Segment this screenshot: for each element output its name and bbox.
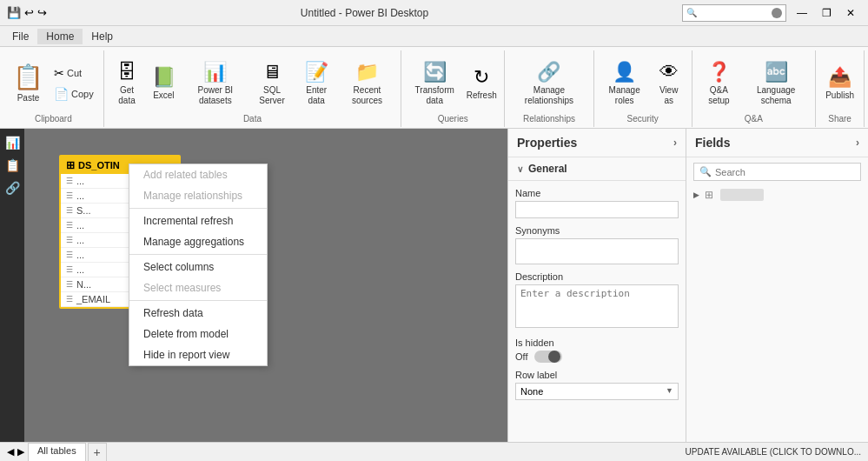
table-header-icon: ⊞ [66, 159, 75, 171]
properties-body: Name Synonyms Description Is hidden Off … [508, 181, 686, 442]
security-group-label: Security [627, 114, 659, 125]
share-group-label: Share [828, 114, 851, 125]
recent-sources-label: Recent sources [343, 85, 392, 106]
menu-home[interactable]: Home [37, 29, 83, 44]
fields-table-item[interactable]: ▶ ⊞ [686, 186, 868, 204]
menu-file[interactable]: File [3, 29, 37, 44]
publish-button[interactable]: 📤 Publish [821, 54, 858, 113]
row-icon: ☰ [66, 265, 73, 274]
fields-search-input[interactable] [715, 167, 855, 177]
paste-button[interactable]: 📋 Paste [9, 54, 48, 113]
cut-button[interactable]: ✂ Cut [50, 63, 98, 83]
quick-access-redo[interactable]: ↪ [37, 6, 47, 19]
properties-section-header[interactable]: ∨ General [508, 157, 686, 181]
canvas-area[interactable]: ⊞ DS_OTIN ⋯ ☰... ☰... ☰S... ☰... ☰... ☰.… [24, 129, 507, 442]
row-text: ... [76, 235, 84, 245]
row-text: ... [76, 264, 84, 275]
properties-expand-icon[interactable]: › [673, 137, 677, 149]
transform-data-icon: 🔄 [423, 61, 447, 84]
ishidden-label: Is hidden [515, 337, 679, 348]
quick-access-undo[interactable]: ↩ [24, 6, 34, 19]
context-menu-select-measures: Select measures [129, 277, 267, 298]
row-text: ... [76, 250, 84, 260]
section-title: General [528, 163, 567, 175]
minimize-button[interactable]: — [792, 3, 812, 23]
row-text: ... [76, 190, 84, 201]
context-menu-divider-3 [129, 300, 267, 301]
toggle-row: Off [515, 351, 679, 363]
bottom-left: ◀ ▶ All tables + [7, 443, 107, 462]
context-menu-hide-in-report[interactable]: Hide in report view [129, 344, 267, 365]
refresh-button[interactable]: ↻ Refresh [464, 54, 499, 113]
enter-data-label: Enter data [301, 85, 333, 106]
enter-data-button[interactable]: 📝 Enter data [296, 54, 337, 113]
table-header-left: ⊞ DS_OTIN [66, 159, 120, 171]
powerbi-datasets-button[interactable]: 📊 Power BI datasets [182, 54, 248, 113]
qanda-group-label: Q&A [745, 114, 763, 125]
ribbon-group-clipboard: 📋 Paste ✂ Cut 📄 Copy Clipboard [3, 50, 104, 127]
paste-icon: 📋 [13, 63, 43, 91]
recent-sources-icon: 📁 [355, 61, 379, 84]
row-label-select-wrapper: None [515, 383, 679, 407]
qa-setup-button[interactable]: ❓ Q&A setup [698, 54, 741, 113]
row-label-select[interactable]: None [515, 383, 679, 400]
get-data-button[interactable]: 🗄 Get data [109, 54, 145, 113]
manage-relationships-button[interactable]: 🔗 Manage relationships [510, 54, 587, 113]
nav-left-button[interactable]: ◀ [7, 446, 14, 458]
ribbon-group-qanda: ❓ Q&A setup 🔤 Language schema Q&A [692, 50, 817, 127]
context-menu-delete-from-model[interactable]: Delete from model [129, 324, 267, 344]
close-button[interactable]: ✕ [840, 3, 861, 23]
synonyms-box[interactable] [515, 238, 679, 264]
context-menu-refresh-data[interactable]: Refresh data [129, 303, 267, 324]
fields-expand-icon[interactable]: › [856, 137, 859, 149]
row-text: _EMAIL [76, 294, 110, 304]
menu-help[interactable]: Help [83, 29, 122, 44]
clipboard-group-label: Clipboard [35, 114, 72, 125]
update-notice[interactable]: UPDATE AVAILABLE (CLICK TO DOWNLO... [686, 447, 861, 457]
row-text: N... [76, 279, 91, 290]
fields-search-icon: 🔍 [699, 166, 712, 177]
sidebar-icon-report[interactable]: 📊 [2, 132, 23, 153]
context-menu-manage-aggregations[interactable]: Manage aggregations [129, 231, 267, 252]
paste-label: Paste [17, 93, 40, 104]
language-schema-button[interactable]: 🔤 Language schema [742, 54, 810, 113]
sql-server-button[interactable]: 🖥 SQL Server [249, 54, 294, 113]
sidebar-icon-model[interactable]: 🔗 [2, 177, 23, 198]
fields-search-box[interactable]: 🔍 [693, 163, 861, 181]
quick-access-save[interactable]: 💾 [7, 6, 21, 19]
row-icon: ☰ [66, 206, 73, 215]
main-content: 📊 📋 🔗 ⊞ DS_OTIN ⋯ ☰... ☰... ☰S... ☰... ☰… [0, 129, 868, 442]
manage-roles-button[interactable]: 👤 Manage roles [600, 54, 650, 113]
context-menu-select-columns[interactable]: Select columns [129, 257, 267, 277]
view-as-button[interactable]: 👁 View as [652, 54, 686, 113]
fields-expand-arrow: ▶ [693, 190, 699, 199]
all-tables-tab[interactable]: All tables [28, 443, 86, 462]
sidebar-icon-data[interactable]: 📋 [2, 155, 23, 176]
nav-right-button[interactable]: ▶ [17, 446, 24, 458]
context-menu-add-related[interactable]: Add related tables [129, 164, 267, 185]
context-menu-incremental-refresh[interactable]: Incremental refresh [129, 210, 267, 231]
transform-data-button[interactable]: 🔄 Transform data [407, 54, 462, 113]
add-table-button[interactable]: + [88, 443, 107, 462]
clipboard-buttons: 📋 Paste ✂ Cut 📄 Copy [9, 52, 98, 114]
restore-button[interactable]: ❐ [816, 3, 837, 23]
window-controls[interactable]: — ❐ ✕ [792, 3, 861, 23]
copy-button[interactable]: 📄 Copy [50, 84, 98, 104]
toggle-track[interactable] [534, 351, 562, 363]
data-group-label: Data [243, 114, 262, 125]
title-bar-right: 🔍 — ❐ ✕ [682, 3, 861, 23]
manage-roles-label: Manage roles [604, 85, 646, 106]
title-bar-left: 💾 ↩ ↪ [7, 6, 47, 19]
recent-sources-button[interactable]: 📁 Recent sources [339, 54, 396, 113]
get-data-icon: 🗄 [117, 61, 136, 84]
title-bar: 💾 ↩ ↪ Untitled - Power BI Desktop 🔍 — ❐ … [0, 0, 868, 26]
description-textarea[interactable] [515, 284, 679, 328]
context-menu-manage-relationships[interactable]: Manage relationships [129, 185, 267, 206]
properties-panel: Properties › ∨ General Name Synonyms Des… [507, 129, 686, 442]
title-search-box[interactable]: 🔍 [682, 4, 786, 22]
qanda-buttons: ❓ Q&A setup 🔤 Language schema [698, 52, 811, 114]
fields-header: Fields › [686, 129, 868, 157]
name-field-input[interactable] [515, 201, 679, 218]
excel-button[interactable]: 📗 Excel [146, 54, 181, 113]
bottom-bar: ◀ ▶ All tables + UPDATE AVAILABLE (CLICK… [0, 442, 868, 461]
